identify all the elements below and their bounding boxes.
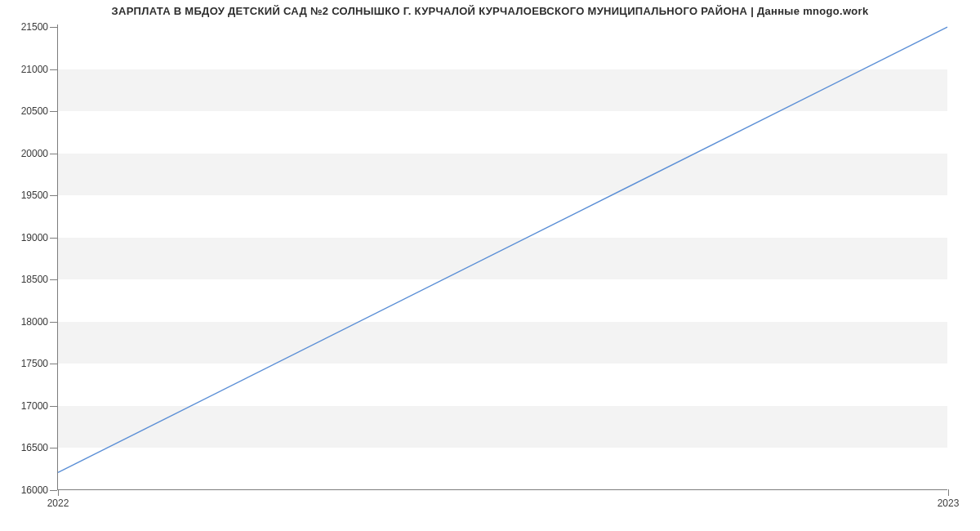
salary-line-chart: ЗАРПЛАТА В МБДОУ ДЕТСКИЙ САД №2 СОЛНЫШКО… — [0, 0, 980, 531]
y-tick — [50, 154, 57, 154]
y-tick-label: 20000 — [21, 148, 48, 159]
y-tick-label: 18000 — [21, 316, 48, 328]
y-tick — [50, 364, 57, 364]
y-tick — [50, 406, 57, 407]
y-tick-label: 17000 — [21, 400, 48, 412]
y-tick-label: 18500 — [21, 274, 48, 285]
y-tick — [50, 279, 57, 280]
y-tick-label: 21000 — [21, 64, 48, 75]
x-tick — [58, 489, 59, 496]
x-tick — [948, 489, 949, 496]
y-tick-label: 16000 — [21, 484, 48, 496]
y-tick-label: 19000 — [21, 232, 48, 243]
chart-title: ЗАРПЛАТА В МБДОУ ДЕТСКИЙ САД №2 СОЛНЫШКО… — [0, 5, 980, 17]
data-line — [58, 27, 947, 472]
x-tick-label: 2022 — [47, 498, 69, 509]
y-tick — [50, 238, 57, 239]
y-tick-label: 20500 — [21, 105, 48, 117]
y-tick — [50, 111, 57, 112]
y-tick-label: 17500 — [21, 358, 48, 369]
y-tick — [50, 69, 57, 70]
y-tick — [50, 195, 57, 196]
y-tick-label: 21500 — [21, 21, 48, 33]
y-tick-label: 16500 — [21, 442, 48, 453]
x-tick-label: 2023 — [938, 498, 960, 509]
line-layer — [58, 25, 947, 489]
plot-area: 1600016500170001750018000185001900019500… — [57, 25, 947, 490]
y-tick — [50, 490, 57, 491]
y-tick — [50, 27, 57, 28]
y-tick — [50, 448, 57, 448]
y-tick-label: 19500 — [21, 190, 48, 201]
y-tick — [50, 322, 57, 323]
